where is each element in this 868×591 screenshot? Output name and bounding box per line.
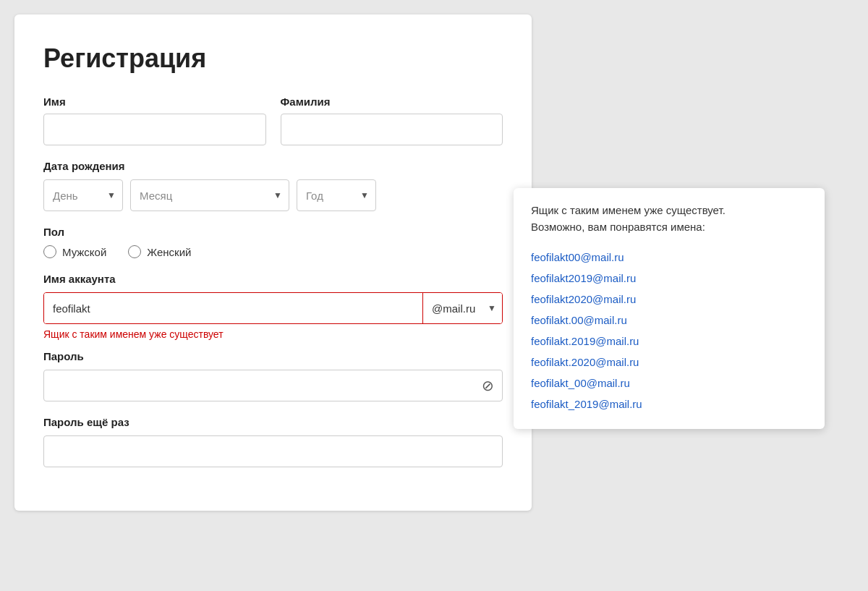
eye-icon[interactable]: ⊘: [482, 377, 494, 394]
account-section: Имя аккаунта @mail.ru @inbox.ru @list.ru…: [43, 273, 503, 340]
page-wrapper: Регистрация Имя Фамилия Дата рождения Де…: [14, 14, 854, 511]
registration-form: Регистрация Имя Фамилия Дата рождения Де…: [14, 14, 532, 511]
month-select[interactable]: Месяц: [130, 179, 289, 211]
suggestion-item[interactable]: feofilakt00@mail.ru: [531, 247, 807, 268]
account-input-row: @mail.ru @inbox.ru @list.ru ▼: [43, 292, 503, 324]
suggestions-title-line1: Ящик с таким именем уже существует.: [531, 204, 726, 216]
password-again-section: Пароль ещё раз: [43, 416, 503, 467]
domain-select-wrapper: @mail.ru @inbox.ru @list.ru ▼: [422, 293, 502, 323]
dob-row: День ▼ Месяц ▼ Год ▼: [43, 179, 503, 211]
year-wrapper: Год ▼: [297, 179, 376, 211]
gender-female-radio[interactable]: [128, 245, 141, 258]
gender-female-label[interactable]: Женский: [128, 245, 191, 258]
password-again-input[interactable]: [43, 435, 503, 467]
suggestion-item[interactable]: feofilakt.2019@mail.ru: [531, 331, 807, 352]
password-input[interactable]: [43, 370, 503, 401]
gender-radio-row: Мужской Женский: [43, 245, 503, 258]
username-input[interactable]: [44, 293, 422, 323]
password-again-wrapper: [43, 435, 503, 467]
first-name-input[interactable]: [43, 114, 266, 145]
day-select[interactable]: День: [43, 179, 123, 211]
suggestion-item[interactable]: feofilakt.2020@mail.ru: [531, 352, 807, 373]
gender-male-text: Мужской: [62, 246, 106, 258]
suggestions-title: Ящик с таким именем уже существует. Возм…: [531, 203, 807, 235]
month-wrapper: Месяц ▼: [130, 179, 289, 211]
password-section: Пароль ⊘: [43, 350, 503, 401]
suggestions-popup: Ящик с таким именем уже существует. Возм…: [514, 188, 825, 429]
year-select[interactable]: Год: [297, 179, 376, 211]
account-label: Имя аккаунта: [43, 273, 503, 285]
gender-male-label[interactable]: Мужской: [43, 245, 106, 258]
password-label: Пароль: [43, 350, 503, 362]
gender-male-radio[interactable]: [43, 245, 56, 258]
day-wrapper: День ▼: [43, 179, 123, 211]
suggestion-item[interactable]: feofilakt.00@mail.ru: [531, 310, 807, 331]
first-name-group: Имя: [43, 95, 266, 145]
suggestions-list: feofilakt00@mail.rufeofilakt2019@mail.ru…: [531, 247, 807, 414]
gender-section: Пол Мужской Женский: [43, 226, 503, 258]
last-name-group: Фамилия: [281, 95, 503, 145]
name-row: Имя Фамилия: [43, 95, 503, 145]
suggestion-item[interactable]: feofilakt2020@mail.ru: [531, 289, 807, 310]
dob-section: Дата рождения День ▼ Месяц ▼ Год: [43, 160, 503, 211]
suggestion-item[interactable]: feofilakt_2019@mail.ru: [531, 394, 807, 414]
form-title: Регистрация: [43, 43, 503, 74]
first-name-label: Имя: [43, 95, 266, 108]
suggestion-item[interactable]: feofilakt2019@mail.ru: [531, 268, 807, 289]
gender-label: Пол: [43, 226, 503, 238]
dob-label: Дата рождения: [43, 160, 503, 172]
last-name-label: Фамилия: [281, 95, 503, 108]
gender-female-text: Женский: [147, 246, 191, 258]
account-error-text: Ящик с таким именем уже существует: [43, 328, 503, 340]
password-again-label: Пароль ещё раз: [43, 416, 503, 428]
password-wrapper: ⊘: [43, 370, 503, 401]
last-name-input[interactable]: [281, 114, 503, 145]
domain-select[interactable]: @mail.ru @inbox.ru @list.ru: [423, 292, 502, 324]
suggestions-title-line2: Возможно, вам понравятся имена:: [531, 221, 705, 233]
suggestion-item[interactable]: feofilakt_00@mail.ru: [531, 373, 807, 394]
